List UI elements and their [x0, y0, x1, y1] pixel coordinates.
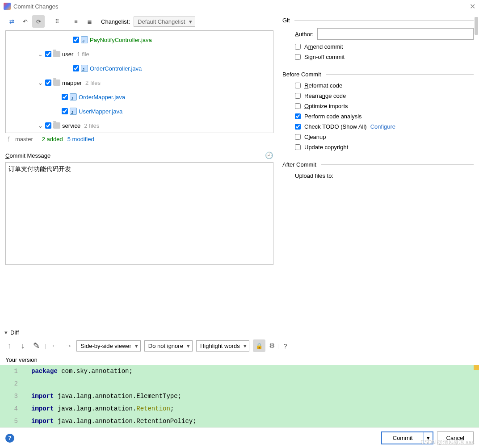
reformat-label: Reformat code — [304, 82, 342, 89]
lock-icon[interactable]: 🔒 — [253, 339, 265, 352]
tree-label: user — [62, 51, 73, 58]
commit-message-input[interactable] — [5, 162, 273, 265]
code-line: 4import java.lang.annotation.Retention; — [0, 402, 479, 415]
code-line: 1package com.sky.annotation; — [0, 365, 479, 377]
tree-row[interactable]: PayNotifyController.java — [6, 33, 273, 47]
tree-meta: 2 files — [85, 80, 101, 86]
close-icon[interactable]: ✕ — [470, 2, 475, 11]
cancel-button[interactable]: Cancel — [437, 431, 474, 444]
rearrange-label: Rearrange code — [304, 92, 346, 99]
reload-icon[interactable]: ⟳ — [32, 15, 45, 28]
status-modified: 5 modified — [67, 136, 94, 142]
help-diff-icon[interactable]: ? — [283, 342, 287, 350]
collapse-icon[interactable]: ≣ — [83, 15, 96, 28]
diff-chevron-icon[interactable]: ▾ — [4, 329, 8, 336]
analysis-checkbox[interactable] — [295, 113, 301, 119]
java-file-icon — [81, 36, 88, 43]
chevron-down-icon[interactable]: ⌄ — [37, 122, 43, 129]
file-checkbox[interactable] — [62, 108, 68, 114]
your-version-label: Your version — [0, 356, 479, 365]
todo-checkbox[interactable] — [295, 124, 301, 130]
scrollbar[interactable] — [475, 17, 478, 35]
prev-diff-icon: ↑ — [4, 341, 14, 351]
commit-button-group: Commit ▾ — [381, 431, 433, 444]
titlebar: Commit Changes ✕ — [0, 0, 479, 13]
file-tree[interactable]: PayNotifyController.java⌄user1 fileOrder… — [6, 31, 273, 133]
file-checkbox[interactable] — [45, 51, 51, 57]
file-tree-panel: PayNotifyController.java⌄user1 fileOrder… — [5, 30, 273, 133]
code-line: 5import java.lang.annotation.RetentionPo… — [0, 415, 479, 427]
nav-fwd-icon[interactable]: → — [63, 341, 73, 351]
tree-label: OrderController.java — [90, 65, 142, 72]
expand-icon[interactable]: ≡ — [70, 15, 82, 28]
cleanup-checkbox[interactable] — [295, 134, 301, 140]
code-text: import java.lang.annotation.RetentionPol… — [31, 418, 197, 425]
analysis-label: Perform code analysis — [304, 113, 362, 120]
file-checkbox[interactable] — [73, 37, 79, 43]
window-title: Commit Changes — [13, 3, 470, 10]
todo-label: Check TODO (Show All) — [304, 123, 367, 130]
line-number: 4 — [0, 405, 31, 412]
line-number: 2 — [0, 380, 31, 387]
file-checkbox[interactable] — [62, 94, 68, 100]
optimize-checkbox[interactable] — [295, 103, 301, 109]
gear-icon[interactable]: ⚙ — [269, 342, 275, 350]
edit-icon[interactable]: ✎ — [31, 341, 41, 351]
highlight-dropdown[interactable]: Highlight words — [196, 340, 249, 352]
changelist-dropdown[interactable]: Default Changelist — [134, 17, 195, 27]
commit-button[interactable]: Commit — [382, 432, 424, 444]
file-checkbox[interactable] — [45, 80, 51, 86]
java-file-icon — [70, 108, 77, 115]
tree-row[interactable]: OrderMapper.java — [6, 90, 273, 104]
changes-toolbar: ⇄ ↶ ⟳ ⠿ ≡ ≣ Changelist: Default Changeli… — [5, 13, 273, 30]
file-checkbox[interactable] — [45, 122, 51, 129]
upload-label: Upload files to: — [295, 172, 333, 179]
signoff-label: Sign-off commit — [304, 54, 345, 60]
group-icon[interactable]: ⠿ — [51, 15, 63, 28]
git-section-title: Git — [282, 17, 290, 24]
changelist-label: Changelist: — [101, 18, 130, 25]
code-text: import java.lang.annotation.Retention; — [31, 405, 174, 412]
tree-row[interactable]: ⌄user1 file — [6, 47, 273, 61]
branch-icon: ᚶ — [7, 136, 11, 142]
chevron-down-icon[interactable]: ⌄ — [37, 51, 43, 58]
commit-dropdown-icon[interactable]: ▾ — [424, 432, 433, 444]
signoff-checkbox[interactable] — [295, 54, 301, 60]
line-number: 3 — [0, 393, 31, 400]
optimize-label: Optimize imports — [304, 103, 348, 109]
amend-checkbox[interactable] — [295, 44, 301, 50]
tree-label: mapper — [62, 80, 82, 86]
tree-row[interactable]: ⌄mapper2 files — [6, 75, 273, 90]
commit-message-label: Commit Message — [5, 152, 50, 159]
viewer-dropdown[interactable]: Side-by-side viewer — [76, 340, 140, 352]
java-file-icon — [81, 65, 88, 72]
cleanup-label: Cleanup — [304, 134, 326, 140]
copyright-checkbox[interactable] — [295, 144, 301, 150]
app-logo-icon — [4, 3, 11, 10]
reformat-checkbox[interactable] — [295, 83, 301, 88]
tree-row[interactable]: UserMapper.java — [6, 104, 273, 118]
tree-row[interactable]: ⌄service2 files — [6, 118, 273, 133]
next-diff-icon[interactable]: ↓ — [18, 341, 28, 351]
tree-meta: 1 file — [77, 51, 89, 58]
before-section-title: Before Commit — [282, 71, 321, 78]
configure-link[interactable]: Configure — [370, 123, 395, 130]
history-icon[interactable]: 🕘 — [265, 151, 273, 159]
undo-icon[interactable]: ↶ — [19, 15, 31, 28]
rearrange-checkbox[interactable] — [295, 93, 301, 99]
code-line: 3import java.lang.annotation.ElementType… — [0, 390, 479, 402]
chevron-down-icon[interactable]: ⌄ — [37, 80, 43, 86]
folder-icon — [53, 80, 60, 86]
code-viewer[interactable]: 1package com.sky.annotation;23import jav… — [0, 365, 479, 427]
ignore-dropdown[interactable]: Do not ignore — [144, 340, 193, 352]
author-label: Author: — [295, 31, 314, 38]
refresh-icon[interactable]: ⇄ — [5, 15, 18, 28]
tree-row[interactable]: OrderController.java — [6, 61, 273, 75]
status-row: ᚶ master 2 added 5 modified — [5, 133, 273, 145]
code-text: package com.sky.annotation; — [31, 368, 133, 375]
file-checkbox[interactable] — [73, 65, 79, 71]
author-input[interactable] — [317, 28, 474, 40]
help-icon[interactable]: ? — [5, 434, 14, 443]
nav-back-icon: ← — [50, 341, 59, 351]
after-section-title: After Commit — [282, 161, 316, 168]
